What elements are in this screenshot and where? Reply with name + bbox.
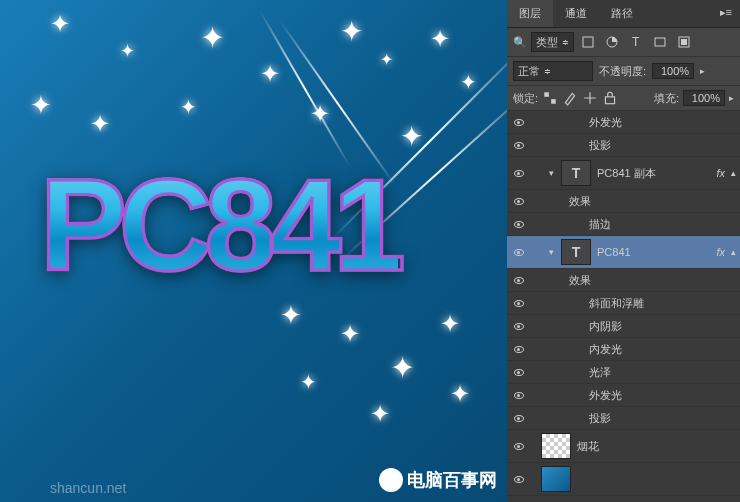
visibility-toggle[interactable] [511,114,527,130]
effects-header: 效果 [569,194,736,209]
layer-row[interactable]: 斜面和浮雕 [507,292,740,315]
lock-transparent-icon[interactable] [542,90,558,106]
lock-position-icon[interactable] [582,90,598,106]
effect-name[interactable]: 投影 [589,138,736,153]
effect-name[interactable]: 投影 [589,411,736,426]
fx-badge[interactable]: fx [716,246,725,258]
filter-pixel-icon[interactable] [578,33,598,51]
layer-row[interactable]: 效果 [507,190,740,213]
layer-row[interactable]: 光泽 [507,361,740,384]
filter-type-dropdown[interactable]: 类型≑ [531,32,574,52]
svg-rect-7 [551,99,556,104]
text-layer-icon: T [561,160,591,186]
layer-row[interactable]: ▾TPC841fx▴ [507,236,740,269]
filter-shape-icon[interactable] [650,33,670,51]
fx-badge[interactable]: fx [716,167,725,179]
lock-label: 锁定: [513,91,538,106]
layers-list[interactable]: 外发光投影▾TPC841 副本fx▴效果描边▾TPC841fx▴效果斜面和浮雕内… [507,111,740,502]
filter-smart-icon[interactable] [674,33,694,51]
layer-row[interactable]: 外发光 [507,111,740,134]
expand-arrow-icon[interactable]: ▾ [549,168,559,178]
blend-row: 正常≑ 不透明度: 100% ▸ [507,57,740,86]
opacity-input[interactable]: 100% [652,63,694,79]
lock-row: 锁定: 填充: 100% ▸ [507,86,740,111]
layer-row[interactable]: 效果 [507,269,740,292]
tab-paths[interactable]: 路径 [599,0,645,27]
layer-row[interactable]: 描边 [507,213,740,236]
effect-name[interactable]: 内阴影 [589,319,736,334]
fx-collapse-icon[interactable]: ▴ [731,168,736,178]
effect-name[interactable]: 外发光 [589,115,736,130]
fill-slider-icon[interactable]: ▸ [729,93,734,103]
watermark-icon [379,468,403,492]
text-effect: PC841 [40,150,398,300]
visibility-toggle[interactable] [511,410,527,426]
layer-name[interactable]: PC841 [597,246,716,258]
layer-row[interactable]: 外发光 [507,384,740,407]
svg-rect-3 [655,38,665,46]
layer-row[interactable] [507,463,740,496]
visibility-toggle[interactable] [511,471,527,487]
tab-layers[interactable]: 图层 [507,0,553,27]
effect-name[interactable]: 斜面和浮雕 [589,296,736,311]
visibility-toggle[interactable] [511,341,527,357]
visibility-toggle[interactable] [511,137,527,153]
expand-arrow-icon[interactable]: ▾ [549,247,559,257]
fx-collapse-icon[interactable]: ▴ [731,247,736,257]
layer-row[interactable]: 内发光 [507,338,740,361]
layer-thumbnail[interactable] [541,466,571,492]
panel-tabs: 图层 通道 路径 ▸≡ [507,0,740,28]
tab-channels[interactable]: 通道 [553,0,599,27]
layers-panel: 图层 通道 路径 ▸≡ 🔍 类型≑ T 正常≑ 不透明度: 100% ▸ 锁定:… [507,0,740,502]
svg-rect-5 [681,39,687,45]
filter-adjust-icon[interactable] [602,33,622,51]
fill-label: 填充: [654,91,679,106]
svg-rect-0 [583,37,593,47]
effects-header: 效果 [569,273,736,288]
opacity-slider-icon[interactable]: ▸ [700,66,705,76]
filter-text-icon[interactable]: T [626,33,646,51]
effect-name[interactable]: 内发光 [589,342,736,357]
search-icon: 🔍 [513,36,527,49]
effect-name[interactable]: 描边 [589,217,736,232]
filter-row: 🔍 类型≑ T [507,28,740,57]
document-canvas[interactable]: ✦ ✦ ✦ ✦ ✦ ✦ ✦ ✦ ✦ ✦ ✦ ✦ ✦ ✦ ✦ ✦ ✦ ✦ ✦ ✦ … [0,0,507,502]
fill-input[interactable]: 100% [683,90,725,106]
layer-thumbnail[interactable] [541,433,571,459]
layer-row[interactable]: 烟花 [507,430,740,463]
lock-paint-icon[interactable] [562,90,578,106]
layer-row[interactable]: 投影 [507,134,740,157]
watermark: 电脑百事网 [379,468,497,492]
watermark-url: shancun.net [50,480,126,496]
svg-rect-8 [605,97,614,104]
visibility-toggle[interactable] [511,318,527,334]
layer-row[interactable]: ▾TPC841 副本fx▴ [507,157,740,190]
effect-name[interactable]: 外发光 [589,388,736,403]
panel-menu-icon[interactable]: ▸≡ [712,0,740,27]
visibility-toggle[interactable] [511,364,527,380]
opacity-label: 不透明度: [599,64,646,79]
svg-text:T: T [632,35,640,49]
visibility-toggle[interactable] [511,438,527,454]
visibility-toggle[interactable] [511,165,527,181]
layer-name[interactable]: PC841 副本 [597,166,716,181]
visibility-toggle[interactable] [511,387,527,403]
layer-row[interactable]: 内阴影 [507,315,740,338]
layer-name[interactable]: 烟花 [577,439,736,454]
visibility-toggle[interactable] [511,216,527,232]
visibility-toggle[interactable] [511,272,527,288]
text-layer-icon: T [561,239,591,265]
svg-rect-6 [544,92,549,97]
visibility-toggle[interactable] [511,193,527,209]
lock-all-icon[interactable] [602,90,618,106]
blend-mode-dropdown[interactable]: 正常≑ [513,61,593,81]
visibility-toggle[interactable] [511,244,527,260]
visibility-toggle[interactable] [511,295,527,311]
layer-row[interactable]: 投影 [507,407,740,430]
effect-name[interactable]: 光泽 [589,365,736,380]
